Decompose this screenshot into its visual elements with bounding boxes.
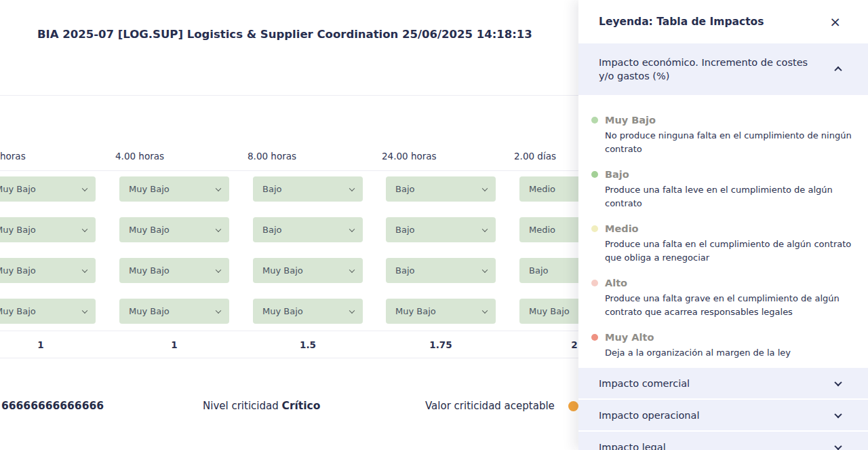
impact-select[interactable]: Muy Bajo [0,176,96,202]
level-dot [591,225,598,232]
divider [0,95,578,96]
chevron-down-icon [216,307,221,313]
chevron-down-icon [349,226,355,231]
level-description: Produce una falta grave en el cumplimien… [605,292,859,319]
legend-panel: Leyenda: Tabla de Impactos × Impacto eco… [578,0,868,450]
impact-select-value: Bajo [395,225,414,235]
impact-select-value: Muy Bajo [0,184,36,194]
impact-select-value: Medio [529,225,555,235]
impact-select[interactable]: Bajo [386,258,496,283]
impact-select[interactable]: Muy Bajo [119,299,229,324]
impact-select[interactable]: Muy Bajo [253,258,363,283]
page-title: BIA 2025-07 [LOG.SUP] Logistics & Suppli… [37,28,532,41]
chevron-down-icon [82,185,87,191]
chevron-down-icon [82,267,87,272]
legend-item: Alto Produce una falta grave en el cumpl… [578,276,859,319]
legend-item: Muy Alto Deja a la organización al marge… [578,331,859,360]
level-dot [591,334,598,341]
level-name: Muy Bajo [605,113,859,127]
chevron-down-icon [834,442,842,449]
level-name: Muy Alto [605,331,859,344]
chevron-down-icon [834,378,842,386]
impact-select-value: Bajo [262,225,281,235]
chevron-down-icon [482,307,488,313]
chevron-down-icon [216,185,221,191]
impact-select[interactable]: Muy Bajo [0,217,96,242]
legend-item: Bajo Produce una falta leve en el cumpli… [578,168,859,210]
accordion-label: Impacto legal [599,440,666,450]
level-name: Alto [605,276,859,290]
impact-select[interactable]: Muy Bajo [386,299,496,324]
impact-select-value: Bajo [262,184,281,194]
column-header: 8.00 horas [248,151,296,162]
acceptable-criticality-label: Valor criticidad aceptable [425,400,555,412]
legend-panel-title: Leyenda: Tabla de Impactos [599,16,764,28]
level-description: Produce una falta leve en el cumplimient… [605,183,859,210]
chevron-down-icon [349,267,355,272]
impact-select[interactable]: Bajo [386,217,496,242]
impact-select-value: Muy Bajo [0,306,36,316]
impact-select[interactable]: Muy Bajo [0,299,96,324]
impact-select[interactable]: Bajo [253,176,363,202]
legend-item: Muy Bajo No produce ninguna falta en el … [578,113,859,156]
level-description: Deja a la organización al margen de la l… [605,346,859,360]
accordion-impacto-comercial[interactable]: Impacto comercial [578,368,868,398]
impact-select-value: Bajo [529,265,548,276]
chevron-down-icon [216,226,221,231]
accordion-impacto-economico[interactable]: Impacto económico. Incremento de costes … [578,43,868,95]
level-name: Bajo [605,168,859,181]
column-header: 24.00 horas [382,151,437,162]
impact-select-value: Muy Bajo [0,265,36,276]
accordion-impacto-legal[interactable]: Impacto legal [578,432,868,450]
chevron-down-icon [216,267,221,272]
criticality-level-label: Nivel criticidad [203,400,279,412]
column-score: 1 [171,339,177,350]
impact-select[interactable]: Muy Bajo [119,258,229,283]
legend-items: Muy Bajo No produce ninguna falta en el … [578,95,868,367]
acceptable-criticality-dot [568,401,578,411]
level-description: No produce ninguna falta en el cumplimie… [605,129,859,156]
level-name: Medio [605,222,859,236]
column-score: 1.5 [300,339,316,350]
impact-select-value: Medio [529,184,555,194]
chevron-down-icon [82,307,87,313]
column-header: 4.00 horas [115,151,164,162]
impact-select[interactable]: Bajo [386,176,496,202]
divider [0,170,578,171]
impact-select[interactable]: Muy Bajo [253,299,363,324]
chevron-down-icon [834,410,842,417]
criticality-level-value: Crítico [282,400,321,412]
chevron-down-icon [349,185,355,191]
column-score: 2 [571,339,577,350]
accordion-impacto-operacional[interactable]: Impacto operacional [578,400,868,430]
impact-select[interactable]: Muy Bajo [0,258,96,283]
impact-select-value: Bajo [395,184,414,194]
divider [0,331,578,331]
level-dot [591,117,598,124]
impact-select-value: Muy Bajo [529,306,570,316]
impact-select[interactable]: Muy Bajo [119,217,229,242]
accordion-label: Impacto operacional [599,409,699,422]
accordion-label: Impacto económico. Incremento de costes … [599,56,826,83]
accordion-label: Impacto comercial [599,377,690,390]
divider [0,358,578,358]
close-icon[interactable]: × [829,15,841,29]
legend-item: Medio Produce una falta en el cumplimien… [578,222,859,265]
column-header: horas [0,151,26,162]
level-description: Produce una falta en el cumplimiento de … [605,238,859,265]
level-dot [591,280,598,286]
legend-panel-header: Leyenda: Tabla de Impactos × [578,0,868,43]
column-header: 2.00 días [514,151,556,162]
chevron-down-icon [482,185,488,191]
impact-select-value: Muy Bajo [262,306,303,316]
impact-select-value: Muy Bajo [395,306,436,316]
impact-select-value: Muy Bajo [129,265,170,276]
chevron-down-icon [349,307,355,313]
chevron-down-icon [82,226,87,231]
impact-select[interactable]: Bajo [253,217,363,242]
impact-select[interactable]: Muy Bajo [119,176,229,202]
impact-select-value: Bajo [395,265,414,276]
impact-select-value: Muy Bajo [129,184,170,194]
impact-select-value: Muy Bajo [129,225,170,235]
criticality-score: 66666666666666 [1,400,104,412]
